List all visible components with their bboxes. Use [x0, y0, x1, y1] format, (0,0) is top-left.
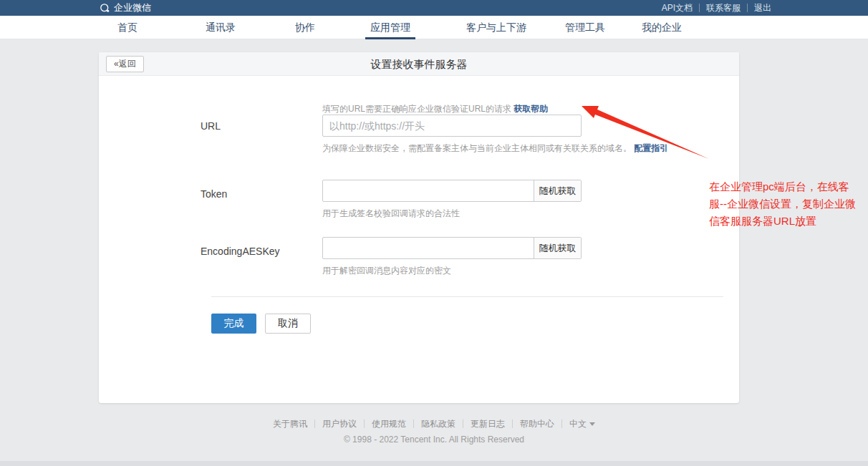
language-selector[interactable]: 中文 — [561, 419, 602, 428]
nav-item-app-management[interactable]: 应用管理 — [370, 16, 410, 39]
nav-item-home[interactable]: 首页 — [117, 16, 138, 39]
footer-link-rules[interactable]: 使用规范 — [364, 419, 413, 428]
token-input[interactable] — [323, 180, 534, 201]
copyright: © 1998 - 2022 Tencent Inc. All Rights Re… — [0, 435, 868, 445]
settings-card: «返回 设置接收事件服务器 填写的URL需要正确响应企业微信验证URL的请求 获… — [99, 52, 739, 403]
aeskey-label: EncodingAESKey — [201, 246, 280, 257]
footer-link-privacy[interactable]: 隐私政策 — [413, 419, 463, 428]
get-help-link[interactable]: 获取帮助 — [513, 104, 548, 114]
callback-server-form: 填写的URL需要正确响应企业微信验证URL的请求 获取帮助 URL 为保障企业数… — [99, 76, 739, 402]
page: 企业微信 API文档 联系客服 退出 首页 通讯录 协作 应用管理 客户与上下游… — [0, 0, 868, 466]
nav-item-admin-tools[interactable]: 管理工具 — [565, 16, 605, 39]
nav-item-contacts[interactable]: 通讯录 — [206, 16, 236, 39]
chevron-down-icon — [589, 422, 595, 426]
url-hint-above: 填写的URL需要正确响应企业微信验证URL的请求 获取帮助 — [322, 103, 548, 115]
aeskey-random-button[interactable]: 随机获取 — [534, 238, 581, 258]
submit-button[interactable]: 完成 — [211, 314, 256, 334]
bottom-band — [0, 461, 868, 466]
back-button[interactable]: «返回 — [106, 56, 144, 72]
token-input-group: 随机获取 — [322, 180, 582, 202]
wework-chat-bubble-icon — [100, 3, 110, 14]
aeskey-hint: 用于解密回调消息内容对应的密文 — [322, 265, 451, 277]
footer-link-changelog[interactable]: 更新日志 — [463, 419, 512, 428]
top-links: API文档 联系客服 退出 — [655, 0, 778, 16]
logout-link[interactable]: 退出 — [747, 4, 778, 12]
top-bar: 企业微信 API文档 联系客服 退出 — [0, 0, 868, 16]
url-input[interactable] — [322, 115, 582, 137]
nav-item-my-company[interactable]: 我的企业 — [642, 16, 682, 39]
url-label: URL — [201, 120, 221, 132]
card-header: «返回 设置接收事件服务器 — [99, 52, 739, 76]
nav-item-collaboration[interactable]: 协作 — [295, 16, 315, 39]
token-hint: 用于生成签名校验回调请求的合法性 — [322, 208, 460, 220]
wework-logo-text: 企业微信 — [114, 1, 151, 14]
aeskey-input-group: 随机获取 — [322, 237, 582, 259]
footer-link-help[interactable]: 帮助中心 — [512, 419, 561, 428]
annotation-note: 在企业管理pc端后台，在线客服--企业微信设置，复制企业微信客服服务器URL放置 — [709, 178, 859, 230]
aeskey-input[interactable] — [323, 238, 534, 258]
cancel-button[interactable]: 取消 — [265, 314, 311, 334]
footer-link-about[interactable]: 关于腾讯 — [266, 419, 314, 428]
footer-link-agreement[interactable]: 用户协议 — [314, 419, 364, 428]
wework-logo[interactable]: 企业微信 — [100, 0, 151, 16]
token-random-button[interactable]: 随机获取 — [534, 180, 581, 201]
form-divider — [211, 296, 723, 297]
contact-support-link[interactable]: 联系客服 — [699, 4, 747, 12]
token-label: Token — [201, 188, 227, 200]
nav-item-customers[interactable]: 客户与上下游 — [466, 16, 526, 39]
url-note: 为保障企业数据安全，需配置备案主体与当前企业主体相同或有关联关系的域名。 配置指… — [322, 142, 668, 155]
api-doc-link[interactable]: API文档 — [655, 4, 699, 12]
config-guide-link[interactable]: 配置指引 — [634, 143, 668, 153]
footer-links: 关于腾讯 用户协议 使用规范 隐私政策 更新日志 帮助中心 中文 — [266, 419, 602, 428]
footer: 关于腾讯 用户协议 使用规范 隐私政策 更新日志 帮助中心 中文 © 1998 … — [0, 417, 868, 445]
main-nav: 首页 通讯录 协作 应用管理 客户与上下游 管理工具 我的企业 — [0, 16, 868, 39]
page-title: 设置接收事件服务器 — [99, 52, 739, 76]
